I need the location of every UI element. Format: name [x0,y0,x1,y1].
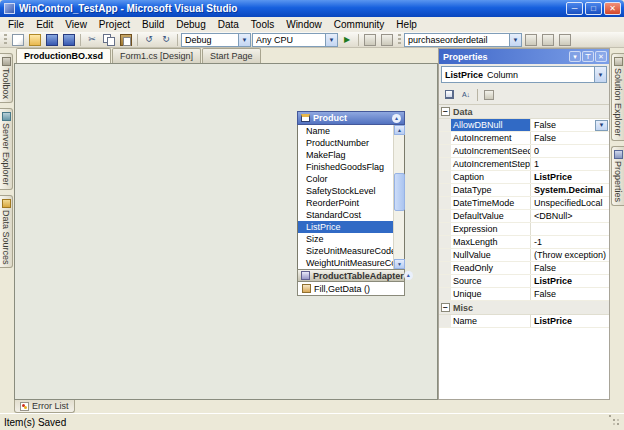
property-pages-button[interactable] [481,87,497,102]
combo-dropdown-icon[interactable]: ▼ [238,34,250,46]
find-combo[interactable]: ▼ [404,33,522,47]
property-value[interactable]: ListPrice [531,171,609,183]
column-row[interactable]: Size [298,233,393,245]
open-file-button[interactable] [27,33,43,47]
find-input[interactable] [408,34,509,46]
property-value[interactable]: 1 [531,158,609,170]
sidebar-tab-properties[interactable]: Properties [611,146,624,206]
scroll-up-icon[interactable]: ▲ [394,125,405,135]
category-row-misc[interactable]: − Misc [439,301,609,315]
combo-dropdown-icon[interactable]: ▼ [509,34,521,46]
panel-close-icon[interactable]: ✕ [595,51,607,62]
property-name[interactable]: Caption [451,171,531,183]
sidebar-tab-solution-explorer[interactable]: Solution Explorer [611,53,624,141]
paste-button[interactable] [118,33,134,47]
toolbar-button[interactable] [523,33,539,47]
category-row-data[interactable]: − Data [439,105,609,119]
undo-button[interactable]: ↺ [141,33,157,47]
property-name[interactable]: Source [451,275,531,287]
menu-build[interactable]: Build [136,17,170,32]
collapse-chevron-icon[interactable]: ▴ [404,271,413,280]
product-datatable-header[interactable]: Product ▴ [297,111,405,125]
column-row[interactable]: MakeFlag [298,149,393,161]
collapse-minus-icon[interactable]: − [441,303,450,312]
property-name[interactable]: DefaultValue [451,210,531,222]
error-list-tab[interactable]: Error List [14,400,75,413]
toolbar-grip[interactable] [4,34,7,45]
copy-button[interactable] [101,33,117,47]
sidebar-tab-server-explorer[interactable]: Server Explorer [0,108,13,190]
alphabetical-button[interactable]: A↓ [458,87,474,102]
column-row[interactable]: ReorderPoint [298,197,393,209]
redo-button[interactable]: ↻ [158,33,174,47]
collapse-minus-icon[interactable]: − [441,107,450,116]
property-value[interactable]: 0 [531,145,609,157]
platform-combo[interactable]: Any CPU ▼ [252,33,338,47]
scroll-down-icon[interactable]: ▼ [394,259,405,269]
start-debug-button[interactable]: ▶ [339,33,355,47]
window-menu-icon[interactable]: ▾ [569,51,581,62]
column-row[interactable]: Name [298,125,393,137]
save-button[interactable] [44,33,60,47]
property-name[interactable]: Unique [451,288,531,300]
column-row[interactable]: StandardCost [298,209,393,221]
menu-view[interactable]: View [59,17,93,32]
property-value[interactable]: UnspecifiedLocal [531,197,609,209]
combo-dropdown-icon[interactable]: ▼ [325,34,337,46]
combo-dropdown-icon[interactable]: ▼ [594,67,606,82]
solution-config-combo[interactable]: Debug ▼ [181,33,251,47]
property-value[interactable]: False ▼ [531,119,609,131]
property-value[interactable]: False [531,132,609,144]
property-name[interactable]: NullValue [451,249,531,261]
pin-icon[interactable]: ⊤ [582,51,594,62]
column-row[interactable]: SizeUnitMeasureCode [298,245,393,257]
property-name[interactable]: AutoIncrementSeed [451,145,531,157]
tableadapter-method-row[interactable]: Fill,GetData () [297,282,405,296]
property-value[interactable]: ListPrice [531,315,609,327]
column-row-selected[interactable]: ListPrice [298,221,393,233]
properties-panel-header[interactable]: Properties ▾ ⊤ ✕ [439,49,609,64]
property-name[interactable]: AllowDBNull [451,119,531,131]
save-all-button[interactable] [61,33,77,47]
sidebar-tab-toolbox[interactable]: Toolbox [0,53,13,103]
menu-window[interactable]: Window [280,17,328,32]
minimize-button[interactable]: ─ [566,2,583,15]
toolbar-button[interactable] [557,33,573,47]
dataset-designer-surface[interactable]: Product ▴ Name ProductNumber MakeFlag Fi… [14,63,438,400]
column-row[interactable]: Color [298,173,393,185]
menu-community[interactable]: Community [328,17,391,32]
product-tableadapter[interactable]: ProductTableAdapter ▴ Fill,GetData () [297,269,405,296]
tableadapter-header[interactable]: ProductTableAdapter ▴ [297,269,405,282]
property-name[interactable]: DataType [451,184,531,196]
toolbar-button[interactable] [379,33,395,47]
toolbar-grip[interactable] [398,34,401,45]
collapse-chevron-icon[interactable]: ▴ [392,114,401,123]
value-dropdown-icon[interactable]: ▼ [595,120,608,131]
tab-productionbo-xsd[interactable]: ProductionBO.xsd [16,48,111,63]
property-value[interactable]: -1 [531,236,609,248]
column-row[interactable]: FinishedGoodsFlag [298,161,393,173]
menu-project[interactable]: Project [93,17,136,32]
property-value[interactable]: <DBNull> [531,210,609,222]
menu-file[interactable]: File [2,17,30,32]
property-name[interactable]: AutoIncrement [451,132,531,144]
close-button[interactable]: ✕ [604,2,621,15]
menu-data[interactable]: Data [212,17,245,32]
property-value[interactable]: False [531,288,609,300]
product-datatable[interactable]: Product ▴ Name ProductNumber MakeFlag Fi… [297,111,405,270]
property-name[interactable]: ReadOnly [451,262,531,274]
column-row[interactable]: WeightUnitMeasureCode [298,257,393,269]
sidebar-tab-data-sources[interactable]: Data Sources [0,195,13,269]
property-name[interactable]: AutoIncrementStep [451,158,531,170]
property-name[interactable]: DateTimeMode [451,197,531,209]
column-row[interactable]: SafetyStockLevel [298,185,393,197]
menu-edit[interactable]: Edit [30,17,59,32]
property-value[interactable]: (Throw exception) [531,249,609,261]
toolbar-button[interactable] [362,33,378,47]
property-value[interactable]: False [531,262,609,274]
categorized-button[interactable] [441,87,457,102]
property-value[interactable]: ListPrice [531,275,609,287]
tab-start-page[interactable]: Start Page [202,48,261,63]
menu-help[interactable]: Help [390,17,423,32]
menu-tools[interactable]: Tools [245,17,280,32]
